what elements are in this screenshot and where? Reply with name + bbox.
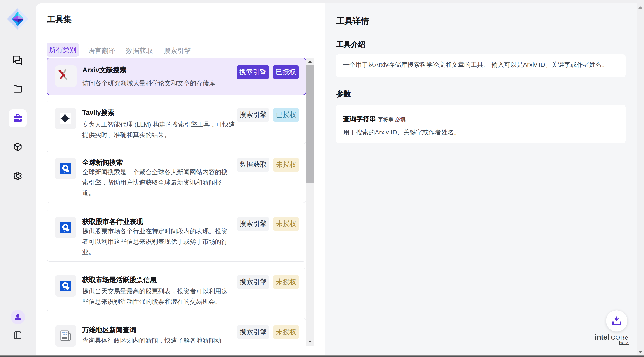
- svg-text:NEW: NEW: [63, 333, 67, 335]
